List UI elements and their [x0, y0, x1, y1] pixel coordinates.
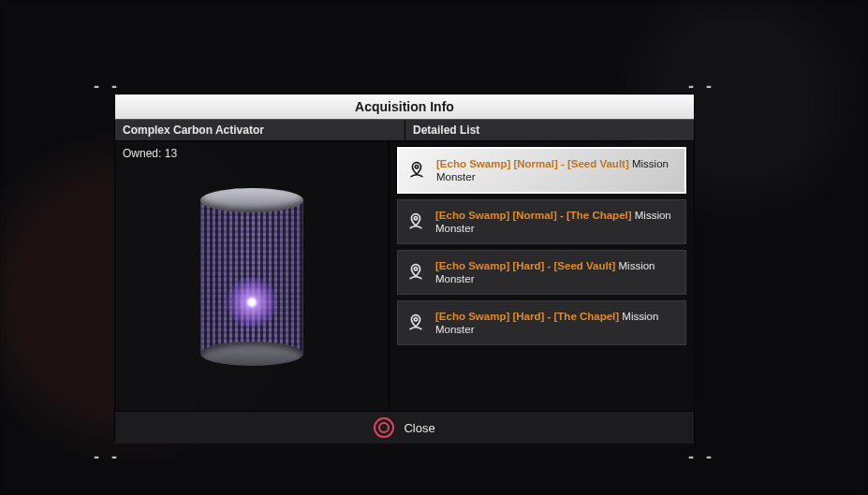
corner-decoration: - - [688, 447, 715, 467]
entry-text: [Echo Swamp] [Hard] - [Seed Vault] Missi… [435, 259, 678, 285]
acquisition-info-panel: Acquisition Info Complex Carbon Activato… [114, 94, 695, 442]
corner-decoration: - - [94, 447, 121, 467]
map-pin-icon [405, 313, 426, 332]
item-preview-pane: Owned: 13 [115, 141, 390, 411]
acquisition-entry[interactable]: [Echo Swamp] [Normal] - [The Chapel] Mis… [397, 199, 686, 244]
svg-point-1 [414, 217, 417, 220]
map-pin-icon [405, 263, 426, 282]
panel-title: Acquisition Info [115, 95, 694, 120]
acquisition-entry[interactable]: [Echo Swamp] [Hard] - [Seed Vault] Missi… [397, 250, 686, 295]
svg-point-2 [414, 268, 417, 270]
owned-value: 13 [165, 147, 177, 160]
entry-text: [Echo Swamp] [Hard] - [The Chapel] Missi… [435, 310, 678, 336]
item-model [200, 188, 303, 366]
svg-point-0 [415, 166, 418, 168]
item-3d-preview [123, 160, 381, 394]
panel-footer: Close [115, 411, 694, 444]
map-pin-icon [405, 212, 426, 231]
acquisition-list: [Echo Swamp] [Normal] - [Seed Vault] Mis… [390, 141, 694, 411]
close-button-label[interactable]: Close [404, 421, 434, 435]
owned-label: Owned: [123, 147, 161, 160]
entry-location: [Echo Swamp] [Normal] - [The Chapel] [435, 210, 632, 221]
acquisition-entry[interactable]: [Echo Swamp] [Hard] - [The Chapel] Missi… [397, 300, 686, 345]
item-name-header: Complex Carbon Activator [115, 120, 405, 140]
entry-location: [Echo Swamp] [Hard] - [The Chapel] [435, 311, 619, 322]
entry-text: [Echo Swamp] [Normal] - [The Chapel] Mis… [435, 209, 678, 235]
close-button-icon[interactable] [374, 417, 394, 438]
map-pin-icon [406, 161, 427, 180]
owned-count: Owned: 13 [123, 147, 381, 160]
column-headers: Complex Carbon Activator Detailed List [115, 120, 694, 141]
entry-location: [Echo Swamp] [Normal] - [Seed Vault] [436, 158, 629, 169]
detailed-list-header: Detailed List [405, 120, 694, 140]
entry-text: [Echo Swamp] [Normal] - [Seed Vault] Mis… [436, 157, 677, 183]
acquisition-entry[interactable]: [Echo Swamp] [Normal] - [Seed Vault] Mis… [397, 147, 686, 194]
entry-location: [Echo Swamp] [Hard] - [Seed Vault] [435, 260, 615, 271]
svg-point-3 [414, 318, 417, 321]
